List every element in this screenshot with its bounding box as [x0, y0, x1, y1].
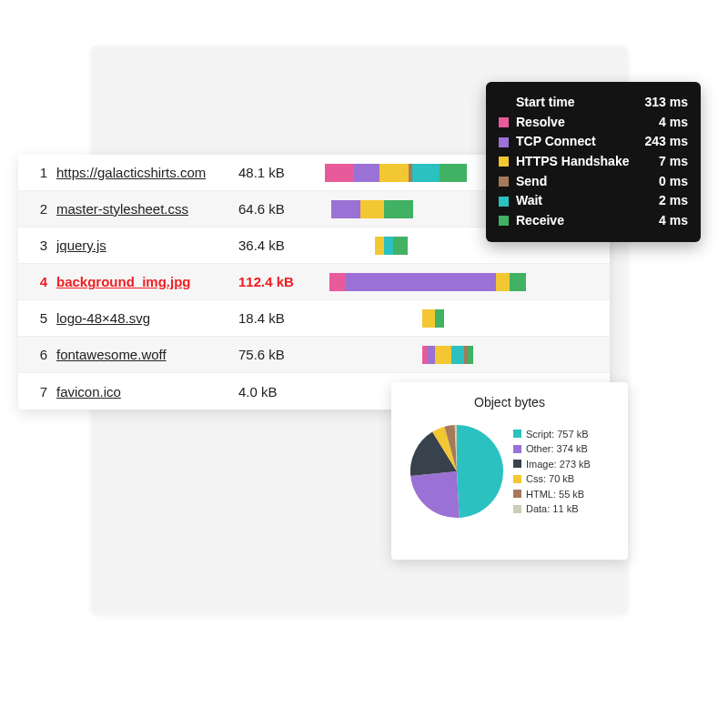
resolve-swatch-icon	[499, 117, 509, 127]
resource-size: 112.4 kB	[238, 274, 320, 289]
receive-swatch-icon	[499, 216, 509, 226]
tooltip-value: 4 ms	[659, 211, 688, 231]
table-row[interactable]: 6fontawesome.woff75.6 kB	[18, 337, 610, 373]
tooltip-row: HTTPS Handshake7 ms	[499, 152, 688, 172]
timing-segment-resolve	[329, 273, 346, 291]
tooltip-row: Receive4 ms	[499, 211, 688, 231]
timing-segment-tcp	[428, 346, 435, 364]
row-index: 4	[31, 274, 47, 289]
timing-segment-receive	[384, 200, 413, 218]
timing-segment-wait	[384, 237, 393, 255]
timing-segment-https	[496, 273, 510, 291]
timing-segment-https	[435, 346, 451, 364]
timing-segment-https	[375, 237, 384, 255]
pie-chart	[404, 419, 510, 524]
data-swatch-icon	[513, 505, 521, 513]
legend-item: Data: 11 kB	[513, 501, 591, 517]
pie-legend: Script: 757 kBOther: 374 kBImage: 273 kB…	[513, 427, 591, 517]
html-swatch-icon	[513, 490, 521, 498]
timing-bar	[422, 309, 444, 328]
resource-link[interactable]: jquery.js	[56, 238, 238, 253]
timing-bar	[375, 237, 408, 255]
timing-segment-receive	[393, 237, 408, 255]
legend-label: Css: 70 kB	[526, 471, 574, 487]
tooltip-row: Start time313 ms	[499, 93, 688, 113]
wait-swatch-icon	[499, 197, 509, 207]
timeline-track	[320, 346, 597, 364]
legend-item: Other: 374 kB	[513, 441, 591, 457]
resource-link[interactable]: master-stylesheet.css	[56, 201, 238, 217]
timing-bar	[331, 200, 413, 218]
resource-link[interactable]: fontawesome.woff	[56, 347, 238, 362]
resource-size: 36.4 kB	[238, 238, 320, 253]
css-swatch-icon	[513, 475, 521, 483]
pie-card: Object bytes Script: 757 kBOther: 374 kB…	[391, 382, 628, 560]
timeline-track	[320, 309, 597, 328]
script-swatch-icon	[513, 430, 521, 438]
legend-label: Other: 374 kB	[526, 441, 588, 457]
pie-slice-script	[457, 425, 503, 518]
pie-slice-other	[410, 471, 460, 518]
row-index: 2	[31, 201, 47, 217]
image-swatch-icon	[513, 460, 521, 468]
timing-segment-https	[379, 164, 409, 182]
tooltip-label: TCP Connect	[516, 132, 645, 152]
resource-link[interactable]: favicon.ico	[56, 384, 238, 399]
timing-segment-https	[422, 309, 435, 328]
row-index: 1	[31, 165, 47, 180]
tooltip-row: Wait2 ms	[499, 191, 688, 211]
table-row[interactable]: 5logo-48×48.svg18.4 kB	[18, 300, 610, 337]
timeline-track	[320, 273, 597, 291]
timing-segment-resolve	[325, 164, 354, 182]
resource-size: 64.6 kB	[238, 201, 320, 217]
tooltip-label: Resolve	[516, 113, 659, 133]
legend-item: Script: 757 kB	[513, 427, 591, 442]
legend-label: HTML: 55 kB	[526, 487, 584, 502]
timing-bar	[422, 346, 473, 364]
resource-size: 4.0 kB	[238, 384, 320, 399]
timing-segment-tcp	[354, 164, 379, 182]
tcp-swatch-icon	[499, 137, 509, 147]
pie-title: Object bytes	[404, 395, 615, 410]
resource-size: 48.1 kB	[238, 165, 320, 180]
tooltip-row: TCP Connect243 ms	[499, 132, 688, 152]
tooltip-label: Send	[516, 172, 659, 192]
tooltip-value: 0 ms	[659, 172, 688, 192]
timing-segment-wait	[412, 164, 440, 182]
resource-link[interactable]: https://galacticshirts.com	[56, 165, 238, 180]
legend-label: Data: 11 kB	[526, 501, 578, 517]
tooltip-value: 2 ms	[659, 191, 688, 211]
timing-segment-https	[360, 200, 384, 218]
tooltip-value: 4 ms	[659, 113, 688, 133]
timing-bar	[325, 164, 467, 182]
resource-size: 18.4 kB	[238, 310, 320, 326]
tooltip-row: Send0 ms	[499, 172, 688, 192]
timing-bar	[329, 273, 526, 291]
legend-item: Css: 70 kB	[513, 471, 591, 487]
row-index: 7	[31, 384, 47, 399]
timing-segment-wait	[451, 346, 464, 364]
other-swatch-icon	[513, 445, 521, 453]
timing-segment-receive	[440, 164, 467, 182]
https-swatch-icon	[499, 157, 509, 167]
tooltip-label: Receive	[516, 211, 659, 231]
resource-link[interactable]: background_img.jpg	[56, 274, 238, 289]
tooltip-label: Start time	[516, 93, 645, 113]
row-index: 3	[31, 238, 47, 253]
table-row[interactable]: 4background_img.jpg112.4 kB	[18, 264, 610, 300]
row-index: 5	[31, 310, 47, 326]
timing-segment-tcp	[346, 273, 496, 291]
legend-label: Image: 273 kB	[526, 457, 591, 472]
resource-link[interactable]: logo-48×48.svg	[56, 310, 238, 326]
timing-segment-tcp	[331, 200, 360, 218]
timing-segment-receive	[468, 346, 473, 364]
timing-segment-receive	[510, 273, 526, 291]
tooltip-label: HTTPS Handshake	[516, 152, 659, 172]
tooltip-label: Wait	[516, 191, 659, 211]
legend-item: HTML: 55 kB	[513, 487, 591, 502]
tooltip-value: 313 ms	[645, 93, 688, 113]
timing-tooltip: Start time313 msResolve4 msTCP Connect24…	[486, 82, 701, 242]
send-swatch-icon	[499, 177, 509, 187]
row-index: 6	[31, 347, 47, 362]
resource-size: 75.6 kB	[238, 347, 320, 362]
